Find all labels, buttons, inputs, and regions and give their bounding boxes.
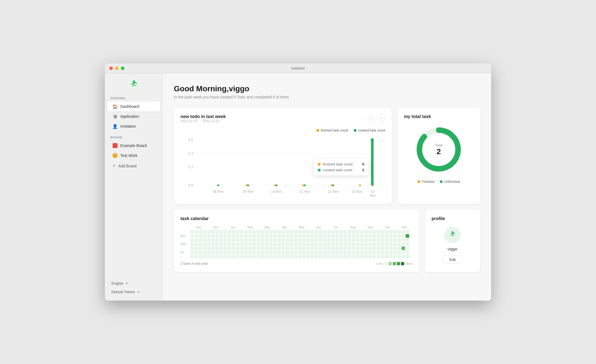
calendar-cell[interactable] [199, 251, 202, 254]
calendar-cell[interactable] [360, 251, 364, 254]
calendar-cell[interactable] [294, 230, 297, 234]
calendar-cell[interactable] [344, 251, 347, 254]
calendar-cell[interactable] [339, 255, 343, 258]
calendar-cell[interactable] [389, 242, 393, 246]
calendar-cell[interactable] [286, 255, 289, 258]
calendar-cell[interactable] [327, 234, 331, 238]
calendar-cell[interactable] [306, 255, 310, 258]
calendar-cell[interactable] [377, 230, 380, 234]
calendar-cell[interactable] [381, 251, 384, 254]
calendar-cell[interactable] [352, 234, 355, 238]
calendar-cell[interactable] [211, 251, 215, 254]
calendar-cell[interactable] [327, 238, 331, 242]
calendar-cell[interactable] [252, 234, 256, 238]
calendar-cell[interactable] [273, 234, 277, 238]
calendar-cell[interactable] [393, 247, 397, 250]
calendar-cell[interactable] [269, 247, 273, 250]
calendar-cell[interactable] [223, 247, 227, 250]
calendar-cell[interactable] [348, 230, 351, 234]
calendar-cell[interactable] [368, 251, 372, 254]
calendar-cell[interactable] [401, 234, 405, 238]
close-button[interactable] [109, 66, 113, 70]
calendar-cell[interactable] [244, 230, 248, 234]
calendar-cell[interactable] [364, 251, 368, 254]
calendar-cell[interactable] [219, 234, 223, 238]
calendar-cell[interactable] [381, 247, 384, 250]
calendar-cell[interactable] [406, 251, 409, 254]
calendar-cell[interactable] [323, 242, 326, 246]
calendar-cell[interactable] [393, 251, 397, 254]
calendar-cell[interactable] [232, 251, 235, 254]
calendar-cell[interactable] [211, 247, 215, 250]
calendar-cell[interactable] [389, 238, 393, 242]
calendar-cell[interactable] [401, 255, 405, 258]
calendar-cell[interactable] [273, 255, 277, 258]
calendar-cell[interactable] [207, 247, 211, 250]
calendar-cell[interactable] [207, 238, 211, 242]
calendar-cell[interactable] [236, 247, 240, 250]
calendar-cell[interactable] [199, 238, 202, 242]
calendar-cell[interactable] [368, 234, 372, 238]
calendar-cell[interactable] [331, 230, 335, 234]
calendar-cell[interactable] [385, 234, 389, 238]
calendar-cell[interactable] [207, 255, 211, 258]
calendar-cell[interactable] [223, 251, 227, 254]
calendar-cell[interactable] [269, 238, 273, 242]
calendar-cell[interactable] [236, 234, 240, 238]
calendar-cell[interactable] [385, 247, 389, 250]
calendar-cell[interactable] [207, 251, 211, 254]
calendar-cell[interactable] [302, 238, 306, 242]
calendar-cell[interactable] [211, 242, 215, 246]
calendar-cell[interactable] [298, 251, 302, 254]
calendar-cell[interactable] [244, 251, 248, 254]
calendar-cell[interactable] [397, 234, 401, 238]
calendar-cell[interactable] [236, 255, 240, 258]
calendar-cell[interactable] [244, 247, 248, 250]
calendar-cell[interactable] [240, 251, 244, 254]
calendar-cell[interactable] [319, 242, 322, 246]
calendar-cell[interactable] [348, 251, 351, 254]
calendar-cell[interactable] [368, 238, 372, 242]
calendar-cell[interactable] [281, 255, 285, 258]
calendar-cell[interactable] [356, 242, 360, 246]
calendar-cell[interactable] [277, 247, 281, 250]
calendar-cell[interactable] [257, 234, 260, 238]
calendar-cell[interactable] [364, 247, 368, 250]
calendar-cell[interactable] [190, 247, 194, 250]
calendar-cell[interactable] [352, 238, 355, 242]
calendar-cell[interactable] [190, 242, 194, 246]
calendar-cell[interactable] [207, 230, 211, 234]
calendar-cell[interactable] [257, 230, 260, 234]
calendar-cell[interactable] [195, 242, 198, 246]
calendar-cell[interactable] [368, 255, 372, 258]
calendar-cell[interactable] [265, 238, 268, 242]
calendar-cell[interactable] [195, 251, 198, 254]
calendar-cell[interactable] [248, 242, 252, 246]
calendar-cell[interactable] [323, 247, 326, 250]
calendar-cell[interactable] [294, 251, 297, 254]
calendar-cell[interactable] [190, 238, 194, 242]
calendar-cell[interactable] [248, 255, 252, 258]
calendar-cell[interactable] [327, 255, 331, 258]
calendar-cell[interactable] [261, 238, 264, 242]
calendar-cell[interactable] [265, 230, 268, 234]
calendar-cell[interactable] [273, 230, 277, 234]
calendar-cell[interactable] [269, 255, 273, 258]
calendar-cell[interactable] [331, 238, 335, 242]
calendar-cell[interactable] [199, 230, 202, 234]
calendar-cell[interactable] [294, 255, 297, 258]
calendar-cell[interactable] [360, 255, 364, 258]
calendar-cell[interactable] [298, 255, 302, 258]
calendar-cell[interactable] [306, 234, 310, 238]
calendar-cell[interactable] [195, 234, 198, 238]
calendar-cell[interactable] [273, 242, 277, 246]
calendar-cell[interactable] [248, 247, 252, 250]
calendar-cell[interactable] [228, 251, 231, 254]
calendar-cell[interactable] [385, 251, 389, 254]
sidebar-item-example-board[interactable]: Example Board [107, 141, 160, 151]
calendar-cell[interactable] [397, 251, 401, 254]
calendar-cell[interactable] [356, 251, 360, 254]
calendar-cell[interactable] [286, 234, 289, 238]
calendar-cell[interactable] [406, 230, 409, 234]
calendar-cell[interactable] [199, 234, 202, 238]
